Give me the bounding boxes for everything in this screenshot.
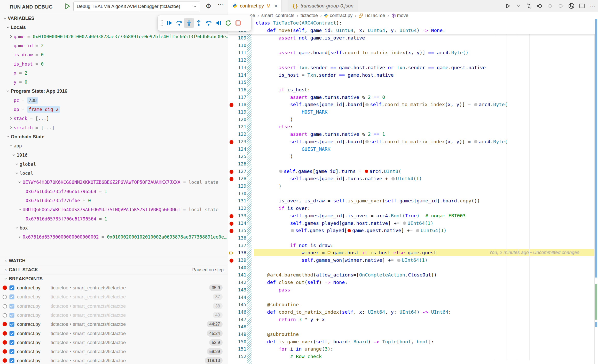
code-text[interactable]	[254, 234, 594, 242]
code-text[interactable]	[254, 78, 594, 86]
code-text[interactable]: @subroutine	[254, 301, 594, 308]
tree-chevron-icon[interactable]	[14, 223, 20, 233]
variable-row[interactable]: op = frame_dig 2	[0, 105, 228, 114]
code-line[interactable]: 136	[228, 234, 597, 242]
inline-breakpoint-candidate-icon[interactable]	[403, 221, 406, 225]
step-out-button[interactable]	[194, 18, 204, 28]
breakpoint-checkbox[interactable]	[9, 322, 14, 328]
start-debug-button[interactable]	[64, 3, 71, 10]
code-text[interactable]: self.games_played[game.host.native] += U…	[254, 219, 594, 227]
disabled-breakpoint-icon[interactable]	[3, 313, 7, 318]
tree-chevron-icon[interactable]	[5, 23, 11, 32]
tree-chevron-icon[interactable]	[8, 123, 14, 132]
stop-button[interactable]	[233, 18, 243, 28]
breakpoint-checkbox[interactable]	[9, 349, 14, 355]
variable-row[interactable]: x = 2	[0, 68, 228, 78]
code-text[interactable]: class TicTacToe(ARC4Contract):	[254, 19, 594, 27]
breakpoint-icon[interactable]	[3, 331, 7, 336]
code-line[interactable]: 133self.games[game_id].is_over = arc4.Bo…	[228, 212, 597, 219]
code-text[interactable]: # Row check	[254, 353, 594, 360]
breakpoint-row[interactable]: contract.pytictactoe • smart_contracts/t…	[0, 283, 228, 292]
code-text[interactable]: self.games_played[game.guest.native] += …	[254, 227, 594, 234]
code-text[interactable]: )	[254, 182, 594, 190]
code-line[interactable]: 123self.games[game_id].board[self.coord_…	[228, 138, 597, 145]
overview-ruler-modified-2[interactable]	[595, 322, 597, 327]
breakpoint-checkbox[interactable]	[9, 304, 14, 310]
inline-breakpoint-candidate-icon[interactable]	[365, 103, 369, 106]
code-text[interactable]: def move(self, game_id: UInt64, x: UInt6…	[254, 27, 594, 34]
code-line[interactable]: 143pass	[228, 286, 597, 294]
step-back-button[interactable]	[204, 18, 214, 28]
scope-group-program-state-app-1916[interactable]: Program State: App 1916	[0, 86, 228, 96]
tree-chevron-icon[interactable]	[5, 86, 11, 96]
code-text[interactable]: def coord_to_matrix_index(self, x: UInt6…	[254, 308, 594, 316]
tree-chevron-icon[interactable]	[8, 114, 14, 123]
code-line[interactable]: 119HOST_MARK	[228, 108, 597, 116]
code-text[interactable]: if is_host:	[254, 86, 594, 93]
breakpoint-checkbox[interactable]	[9, 331, 14, 337]
code-text[interactable]: if not is_draw:	[254, 242, 594, 249]
inline-breakpoint-candidate-icon[interactable]	[397, 259, 400, 262]
code-line[interactable]: 144	[228, 294, 597, 301]
variable-row[interactable]: game_id = 2	[0, 41, 228, 50]
inline-breakpoint-candidate-icon[interactable]	[474, 103, 477, 106]
code-line[interactable]: 128self.games[game_id].turns.native + UI…	[228, 175, 597, 182]
scope-group-on-chain-state[interactable]: On-chain State	[0, 132, 228, 141]
code-text[interactable]: @subroutine	[254, 330, 594, 338]
code-text[interactable]	[254, 190, 594, 197]
code-line[interactable]: 145@subroutine	[228, 301, 597, 308]
disabled-breakpoint-icon[interactable]	[3, 304, 7, 308]
code-line[interactable]: 135self.games_played[game.guest.native] …	[228, 227, 597, 234]
code-text[interactable]: is_over, is_draw = self.is_game_over(sel…	[254, 197, 594, 204]
code-line[interactable]: 124GUEST_MARK	[228, 145, 597, 153]
overview-ruler-added[interactable]	[595, 284, 597, 320]
breakpoint-row[interactable]: contract.pytictactoe • smart_contracts/t…	[0, 347, 228, 356]
breakpoint-checkbox[interactable]	[9, 313, 14, 319]
breakpoint-checkbox[interactable]	[9, 358, 14, 364]
tree-chevron-icon[interactable]	[11, 151, 17, 160]
code-text[interactable]: self.games[game_id].is_over = arc4.Bool(…	[254, 212, 594, 219]
code-line[interactable]: 125)	[228, 153, 597, 160]
code-text[interactable]: winner = game.host if is_host else game.…	[254, 249, 594, 256]
inline-breakpoint-candidate-icon[interactable]	[365, 140, 369, 143]
more-actions-icon[interactable]: ⋯	[217, 1, 225, 9]
code-line[interactable]: 109assert not game.is_over.native	[228, 34, 597, 42]
breakpoint-icon[interactable]	[3, 340, 7, 345]
code-line[interactable]: 117assert game.turns.native % 2 == 0	[228, 93, 597, 101]
breakpoint-row[interactable]: contract.pytictactoe • smart_contracts/t…	[0, 329, 228, 338]
inline-breakpoint-candidate-icon[interactable]	[391, 177, 395, 180]
code-line[interactable]: 120)	[228, 116, 597, 123]
code-text[interactable]: assert Txn.sender == game.host.native or…	[254, 64, 594, 71]
breakpoint-row[interactable]: contract.pytictactoe • smart_contracts/t…	[0, 356, 228, 364]
code-text[interactable]: assert game.turns.native % 2 == 1	[254, 130, 594, 138]
breakpoint-row[interactable]: contract.pytictactoe • smart_contracts/t…	[0, 311, 228, 320]
variable-row[interactable]: 0x67616d65730000000000000002 = 0x0100020…	[0, 232, 228, 242]
code-line[interactable]: 110	[228, 42, 597, 49]
tree-chevron-icon[interactable]	[8, 32, 14, 41]
code-text[interactable]: HOST_MARK	[254, 108, 594, 116]
code-line[interactable]: 113assert Txn.sender == game.host.native…	[228, 64, 597, 71]
breakpoint-icon[interactable]	[3, 358, 7, 363]
tree-chevron-icon[interactable]	[14, 169, 20, 178]
variable-row[interactable]: app	[0, 141, 228, 151]
breakpoint-icon[interactable]	[3, 322, 7, 326]
tree-chevron-icon[interactable]	[8, 141, 14, 151]
variable-row[interactable]: global	[0, 160, 228, 169]
code-text[interactable]	[254, 294, 594, 301]
code-line[interactable]: 131is_over, is_draw = self.is_game_over(…	[228, 197, 597, 204]
code-text[interactable]: pass	[254, 286, 594, 294]
variable-row[interactable]: OEYWY64H3D7QK6KCGG6NM2XKKOTZB6BEGZ2P6VAW…	[0, 178, 228, 187]
variable-row[interactable]: y = 0	[0, 77, 228, 87]
variable-row[interactable]: box	[0, 223, 228, 233]
breakpoint-checkbox[interactable]	[9, 340, 14, 346]
code-text[interactable]: is_host = Txn.sender == game.host.native	[254, 71, 594, 79]
code-viewport[interactable]: 109assert not game.is_over.native110111a…	[228, 0, 598, 364]
code-text[interactable]: @arc4.baremethod(allow_actions=[OnComple…	[254, 271, 594, 279]
inline-breakpoint-candidate-icon[interactable]	[291, 229, 294, 232]
code-line[interactable]: 148	[228, 323, 597, 330]
variable-row[interactable]: local	[0, 169, 228, 178]
sticky-code-line[interactable]: 106def move(self, game_id: UInt64, x: UI…	[228, 27, 597, 34]
step-into-button[interactable]	[184, 18, 194, 28]
step-over-button[interactable]	[174, 18, 184, 28]
breakpoints-section-header[interactable]: ›BREAKPOINTS	[0, 274, 228, 283]
